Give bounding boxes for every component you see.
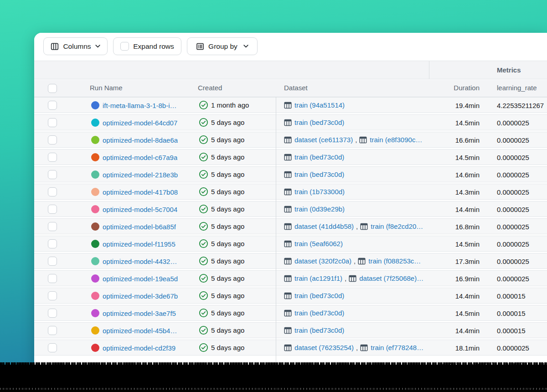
row-checkbox[interactable] bbox=[48, 257, 57, 266]
column-group-header: Metrics bbox=[34, 61, 547, 79]
created-value: 5 days ago bbox=[211, 257, 244, 265]
row-checkbox[interactable] bbox=[48, 153, 57, 162]
table-row[interactable]: optimized-model-19ea5d 5 days ago train … bbox=[34, 270, 547, 286]
row-checkbox[interactable] bbox=[48, 274, 57, 283]
run-name-column-header[interactable]: Run Name bbox=[90, 84, 123, 92]
learning-rate-column-header[interactable]: learning_rate bbox=[497, 84, 537, 92]
dataset-table-icon bbox=[349, 275, 356, 282]
run-name-link[interactable]: optimized-model-3de67b bbox=[103, 292, 178, 299]
duration-column-header[interactable]: Duration bbox=[426, 84, 480, 92]
table-row[interactable]: optimized-model-64cd07 5 days ago train … bbox=[34, 114, 547, 130]
dataset-link[interactable]: train (f8e2cd20… bbox=[360, 222, 423, 230]
created-value: 5 days ago bbox=[211, 170, 244, 178]
run-name-link[interactable]: ift-meta-llama-3-1-8b-i… bbox=[103, 101, 177, 109]
row-checkbox[interactable] bbox=[48, 239, 57, 248]
table-row[interactable]: optimized-model-5c7004 5 days ago train … bbox=[34, 201, 547, 217]
row-checkbox[interactable] bbox=[48, 326, 57, 335]
dataset-cell: train (bed73c0d) bbox=[284, 288, 442, 303]
table-row[interactable]: optimized-model-3ae7f5 5 days ago train … bbox=[34, 305, 547, 321]
dataset-link[interactable]: train (f088253c… bbox=[358, 257, 421, 265]
run-name-link[interactable]: optimized-model-f11955 bbox=[103, 240, 175, 248]
dataset-link[interactable]: train (94a51514) bbox=[284, 101, 345, 109]
learning-rate-value: 0.0000025 bbox=[497, 205, 547, 213]
row-checkbox[interactable] bbox=[48, 205, 57, 214]
dataset-column-header[interactable]: Dataset bbox=[284, 84, 308, 92]
status-finished-icon bbox=[199, 291, 208, 300]
dataset-link[interactable]: dataset (41dd4b58) bbox=[284, 222, 354, 230]
created-value: 5 days ago bbox=[211, 119, 244, 126]
expand-rows-button[interactable]: Expand rows bbox=[113, 37, 181, 55]
group-by-button[interactable]: Group by bbox=[187, 37, 258, 55]
dataset-link[interactable]: train (bed73c0d) bbox=[284, 292, 344, 299]
learning-rate-value: 0.000015 bbox=[497, 292, 547, 299]
dataset-link[interactable]: dataset (7f25068e)… bbox=[349, 274, 423, 282]
row-checkbox[interactable] bbox=[48, 343, 57, 352]
dataset-link[interactable]: train (bed73c0d) bbox=[284, 119, 344, 126]
run-name-link[interactable]: optimized-model-cd2f39 bbox=[103, 344, 175, 351]
dataset-link[interactable]: train (bed73c0d) bbox=[284, 309, 344, 317]
learning-rate-value: 0.0000025 bbox=[497, 274, 547, 282]
dataset-cell: train (94a51514) bbox=[284, 98, 442, 113]
dataset-link[interactable]: train (bed73c0d) bbox=[284, 170, 344, 178]
dataset-table-icon bbox=[284, 344, 292, 351]
table-row[interactable]: optimized-model-417b08 5 days ago train … bbox=[34, 184, 547, 200]
table-row[interactable]: optimized-model-c67a9a 5 days ago train … bbox=[34, 149, 547, 165]
row-checkbox[interactable] bbox=[48, 170, 57, 179]
dataset-separator: , bbox=[355, 136, 357, 144]
row-checkbox[interactable] bbox=[48, 309, 57, 318]
run-color-dot bbox=[91, 240, 99, 248]
dataset-link[interactable]: train (ef778248… bbox=[360, 344, 423, 351]
columns-button[interactable]: Columns bbox=[43, 37, 108, 55]
dataset-link[interactable]: dataset (ce611373) bbox=[284, 136, 353, 144]
status-finished-icon bbox=[199, 100, 208, 110]
row-checkbox[interactable] bbox=[48, 101, 57, 110]
run-color-dot bbox=[91, 257, 99, 265]
table-row[interactable]: optimized-model-45b4… 5 days ago train (… bbox=[34, 322, 547, 338]
run-name-link[interactable]: optimized-model-4432… bbox=[103, 257, 177, 265]
run-name-link[interactable]: optimized-model-c67a9a bbox=[103, 153, 177, 161]
learning-rate-value: 0.0000025 bbox=[497, 136, 547, 144]
dataset-cell: train (bed73c0d) bbox=[284, 150, 442, 165]
dataset-link[interactable]: train (0d39e29b) bbox=[284, 205, 345, 213]
run-color-dot bbox=[91, 205, 99, 213]
status-finished-icon bbox=[199, 135, 208, 144]
run-color-dot bbox=[91, 344, 99, 352]
run-name-link[interactable]: optimized-model-8dae6a bbox=[103, 136, 178, 144]
row-checkbox[interactable] bbox=[48, 291, 57, 300]
run-name-link[interactable]: optimized-model-64cd07 bbox=[103, 119, 177, 126]
row-checkbox[interactable] bbox=[48, 187, 57, 196]
table-row[interactable]: optimized-model-218e3b 5 days ago train … bbox=[34, 166, 547, 182]
dataset-link[interactable]: train (e8f3090c… bbox=[359, 136, 422, 144]
run-name-link[interactable]: optimized-model-417b08 bbox=[103, 188, 178, 196]
table-row[interactable]: optimized-model-4432… 5 days ago dataset… bbox=[34, 253, 547, 269]
row-checkbox[interactable] bbox=[48, 222, 57, 231]
expand-rows-checkbox[interactable] bbox=[120, 42, 129, 51]
dataset-link[interactable]: dataset (76235254) bbox=[284, 344, 354, 351]
select-all-checkbox[interactable] bbox=[48, 84, 57, 93]
row-checkbox[interactable] bbox=[48, 135, 57, 144]
dataset-cell: train (ac1291f1),dataset (7f25068e)… bbox=[284, 271, 442, 286]
table-row[interactable]: ift-meta-llama-3-1-8b-i… 1 month ago tra… bbox=[34, 97, 547, 113]
created-cell: 5 days ago bbox=[199, 323, 244, 338]
run-name-link[interactable]: optimized-model-19ea5d bbox=[103, 274, 178, 282]
table-row[interactable]: optimized-model-cd2f39 5 days ago datase… bbox=[34, 340, 547, 356]
run-name-link[interactable]: optimized-model-b6a85f bbox=[103, 222, 176, 230]
run-name-link[interactable]: optimized-model-45b4… bbox=[103, 326, 177, 334]
dataset-link[interactable]: train (bed73c0d) bbox=[284, 326, 344, 334]
created-column-header[interactable]: Created bbox=[198, 84, 222, 92]
run-name-link[interactable]: optimized-model-218e3b bbox=[103, 170, 178, 178]
table-row[interactable]: optimized-model-b6a85f 5 days ago datase… bbox=[34, 218, 547, 234]
table-row[interactable]: optimized-model-8dae6a 5 days ago datase… bbox=[34, 132, 547, 148]
row-checkbox[interactable] bbox=[48, 118, 57, 127]
run-name-link[interactable]: optimized-model-3ae7f5 bbox=[103, 309, 176, 317]
dataset-link[interactable]: train (5eaf6062) bbox=[284, 240, 343, 248]
run-color-dot bbox=[91, 153, 99, 161]
dataset-link[interactable]: train (bed73c0d) bbox=[284, 153, 344, 161]
run-name-link[interactable]: optimized-model-5c7004 bbox=[103, 205, 177, 213]
learning-rate-value: 0.000015 bbox=[497, 309, 547, 317]
dataset-link[interactable]: train (ac1291f1) bbox=[284, 274, 342, 282]
table-row[interactable]: optimized-model-f11955 5 days ago train … bbox=[34, 236, 547, 252]
table-row[interactable]: optimized-model-3de67b 5 days ago train … bbox=[34, 288, 547, 304]
dataset-link[interactable]: train (1b73300d) bbox=[284, 188, 345, 196]
dataset-link[interactable]: dataset (320f2c0a) bbox=[284, 257, 351, 265]
